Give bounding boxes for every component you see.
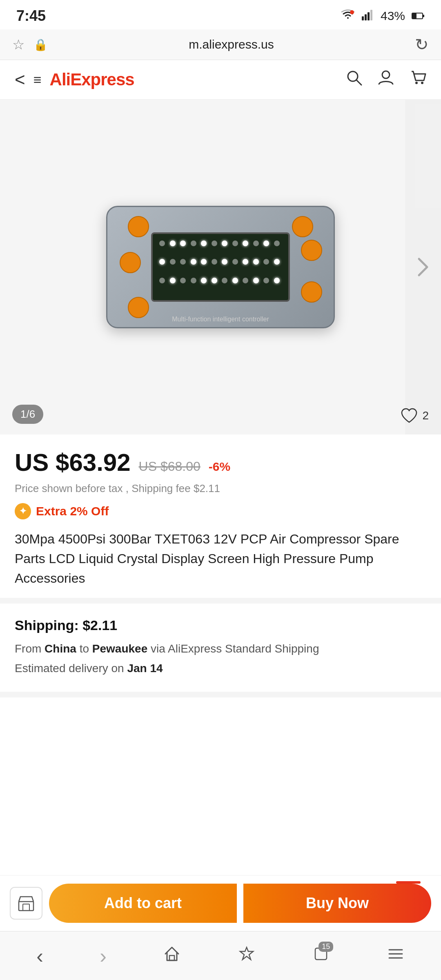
svg-point-12 [421,82,423,84]
header-left: < ≡ AliExpress [15,69,134,90]
reload-icon[interactable]: ↻ [415,35,429,54]
spacer [0,697,441,820]
browser-navigation: ‹ › 15 [0,931,441,980]
device-btn-set [292,216,313,237]
svg-point-10 [382,71,390,78]
extra-off-icon: ✦ [15,503,31,519]
svg-rect-7 [423,15,424,17]
device-screen [151,232,290,302]
status-time: 7:45 [16,7,46,24]
svg-rect-15 [169,956,174,960]
browser-bookmark-icon[interactable] [238,945,256,967]
browser-icons-left: ☆ 🔒 [12,36,48,53]
next-image-peek[interactable] [405,100,441,434]
add-to-cart-button[interactable]: Add to cart [49,884,237,923]
svg-rect-2 [365,14,367,20]
shipping-title: Shipping: $2.11 [15,617,426,633]
menu-icon[interactable]: ≡ [33,72,42,88]
current-price: US $63.92 [15,448,131,477]
product-info: US $63.92 US $68.00 -6% Price shown befo… [0,434,441,604]
device-btn-up [301,240,322,261]
shipping-detail: From China to Pewaukee via AliExpress St… [15,639,426,659]
header-right [345,69,426,90]
svg-rect-14 [23,904,29,911]
like-count: 2 [422,409,429,422]
browser-tabs-icon[interactable]: 15 [312,945,330,967]
svg-rect-1 [362,16,364,20]
svg-rect-13 [19,902,33,911]
svg-rect-4 [370,10,372,20]
lock-icon: 🔒 [33,38,48,51]
signal-icon [362,9,374,23]
image-like-section[interactable]: 2 [400,408,429,424]
app-header: < ≡ AliExpress [0,60,441,100]
bottom-action-bar: Add to cart Buy Now [0,875,441,931]
original-price: US $68.00 [139,459,200,474]
shipping-from: China [45,642,76,655]
browser-url[interactable]: m.aliexpress.us [48,38,415,51]
cart-icon[interactable] [409,69,426,90]
device-btn-motor [128,297,149,318]
back-button[interactable]: < [15,69,25,90]
wifi-icon [341,9,355,23]
discount-badge: -6% [209,460,230,474]
device-btn-down [301,281,322,303]
price-row: US $63.92 US $68.00 -6% [15,448,426,477]
shipping-to: Pewaukee [92,642,147,655]
image-counter: 1/6 [12,405,43,424]
search-icon[interactable] [345,69,363,90]
browser-home-icon[interactable] [163,945,181,967]
device-btn-fan [120,252,141,273]
browser-bar: ☆ 🔒 m.aliexpress.us ↻ [0,29,441,60]
extra-off: ✦ Extra 2% Off [15,503,426,519]
star-icon[interactable]: ☆ [12,36,24,53]
device-label: Multi-function intelligent controller [172,316,269,323]
aliexpress-logo: AliExpress [50,70,134,89]
device-btn-power [128,216,149,237]
extra-off-text: Extra 2% Off [36,504,109,518]
svg-point-0 [350,10,354,14]
svg-point-11 [415,82,418,84]
svg-rect-3 [368,12,370,20]
svg-rect-6 [412,13,416,18]
user-icon[interactable] [377,69,394,90]
product-title: 30Mpa 4500Psi 300Bar TXET063 12V PCP Air… [15,529,426,588]
shipping-section: Shipping: $2.11 From China to Pewaukee v… [0,604,441,697]
browser-tabs-count: 15 [318,942,333,952]
browser-menu-icon[interactable] [387,945,405,967]
browser-forward-icon[interactable]: › [100,944,107,968]
controller-device: Multi-function intelligent controller [106,206,335,328]
battery-percentage: 43% [381,9,405,23]
battery-icon [412,9,425,23]
delivery-date: Estimated delivery on Jan 14 [15,659,426,678]
browser-back-icon[interactable]: ‹ [36,944,43,968]
store-icon[interactable] [10,887,42,920]
bottom-bar-indicator [396,881,421,884]
status-icons: 43% [341,9,425,23]
svg-line-9 [356,80,361,85]
product-image-section[interactable]: Multi-function intelligent controller 1/… [0,100,441,434]
tax-info: Price shown before tax , Shipping fee $2… [15,482,426,495]
status-bar: 7:45 43% [0,0,441,29]
shipping-via: AliExpress Standard Shipping [168,642,319,655]
buy-now-button[interactable]: Buy Now [243,884,431,923]
product-image: Multi-function intelligent controller [94,140,347,394]
